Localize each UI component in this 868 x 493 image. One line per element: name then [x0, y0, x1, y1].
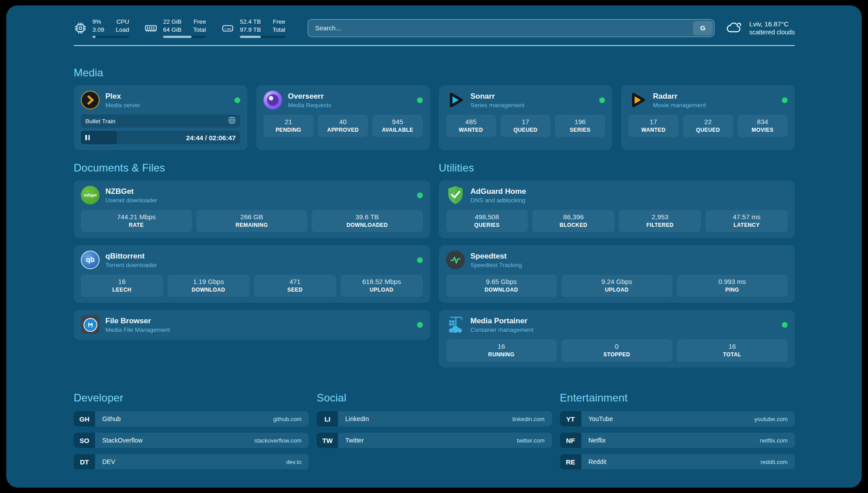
- bookmark-netflix[interactable]: NF Netflix netflix.com: [560, 433, 795, 448]
- service-card-qbittorrent[interactable]: qb qBittorrent Torrent downloader 16LEEC…: [74, 245, 430, 303]
- disk-total-label: Total: [272, 26, 285, 34]
- section-title-documents: Documents & Files: [74, 162, 430, 174]
- search-input[interactable]: [308, 25, 714, 32]
- cpu-load-value: 3.09: [92, 26, 104, 34]
- memory-icon: [144, 21, 158, 35]
- stat-tile: 22QUEUED: [683, 115, 733, 137]
- bookmark-dev[interactable]: DT DEV dev.to: [74, 454, 309, 469]
- service-card-speedtest[interactable]: Speedtest Speedtest Tracking 9.65 GbpsDO…: [439, 245, 795, 303]
- service-name: Overseerr: [288, 92, 332, 101]
- stat-tile: 196SERIES: [555, 115, 605, 137]
- bookmark-abbr: GH: [74, 411, 95, 426]
- service-name: AdGuard Home: [471, 187, 526, 196]
- cpu-progress-bar: [92, 36, 129, 38]
- stat-tile: 0.993 msPING: [677, 275, 788, 297]
- search-bar[interactable]: G: [308, 19, 714, 37]
- stat-tile: 16LEECH: [81, 275, 163, 297]
- section-title-entertainment: Entertainment: [560, 392, 795, 404]
- service-subtitle: Usenet downloader: [105, 196, 157, 204]
- service-name: Radarr: [653, 92, 706, 101]
- bookmark-github[interactable]: GH Github github.com: [74, 411, 309, 426]
- status-dot: [234, 97, 240, 103]
- stat-tile: 17WANTED: [628, 115, 678, 137]
- service-card-radarr[interactable]: Radarr Movie management 17WANTED 22QUEUE…: [621, 85, 795, 150]
- cpu-load-label: Load: [116, 26, 129, 34]
- adguard-icon: [446, 186, 465, 205]
- stat-tile: 266 GBREMAINING: [196, 210, 308, 232]
- memory-free-label: Free: [193, 18, 206, 26]
- bookmark-abbr: LI: [317, 411, 338, 426]
- disk-icon: [221, 21, 234, 35]
- bookmark-abbr: DT: [74, 454, 95, 469]
- status-dot: [417, 322, 423, 328]
- filebrowser-icon: [81, 315, 100, 334]
- player-progress-bar[interactable]: 24:44 / 02:06:47: [81, 131, 240, 144]
- service-subtitle: Speedtest Tracking: [471, 261, 522, 269]
- service-card-portainer[interactable]: Media Portainer Container management 16R…: [439, 310, 795, 368]
- sonarr-icon: [446, 91, 465, 109]
- cpu-icon: [74, 21, 87, 35]
- status-dot: [417, 257, 423, 263]
- cpu-usage-value: 9%: [92, 18, 104, 26]
- stat-tile: 618.52 MbpsUPLOAD: [341, 275, 423, 297]
- speedtest-icon: [446, 251, 465, 269]
- service-card-adguard[interactable]: AdGuard Home DNS and adblocking 498,508Q…: [439, 180, 795, 238]
- bookmark-abbr: YT: [560, 411, 581, 426]
- status-dot: [417, 192, 423, 198]
- service-card-plex[interactable]: Plex Media server Bullet Train: [74, 85, 247, 150]
- service-name: Plex: [105, 92, 140, 101]
- bookmark-abbr: SO: [74, 433, 95, 448]
- overseerr-icon: [263, 91, 282, 109]
- service-card-filebrowser[interactable]: File Browser Media File Management: [74, 310, 430, 340]
- disk-progress-bar: [240, 36, 285, 38]
- stat-tile: 17QUEUED: [501, 115, 551, 137]
- bookmark-twitter[interactable]: TW Twitter twitter.com: [317, 433, 551, 448]
- top-bar: 9% 3.09 CPU Load: [74, 18, 795, 38]
- stat-tile: 471SEED: [254, 275, 336, 297]
- portainer-icon: [446, 315, 465, 334]
- player-time: 24:44 / 02:06:47: [186, 134, 236, 142]
- bookmark-stackoverflow[interactable]: SO StackOverflow stackoverflow.com: [74, 433, 309, 448]
- stat-tile: 47.57 msLATENCY: [705, 210, 788, 232]
- cpu-usage-label: CPU: [116, 18, 129, 26]
- dashboard-page: 9% 3.09 CPU Load: [6, 5, 862, 488]
- now-playing-row: Bullet Train: [81, 114, 240, 128]
- service-name: Media Portainer: [471, 316, 534, 326]
- status-dot: [782, 97, 788, 103]
- stat-tile: 945AVAILABLE: [372, 115, 422, 137]
- stat-tile: 40APPROVED: [318, 115, 368, 137]
- section-title-developer: Developer: [74, 392, 309, 404]
- search-provider-button[interactable]: G: [693, 21, 713, 35]
- bookmark-youtube[interactable]: YT YouTube youtube.com: [560, 411, 795, 426]
- service-card-nzbget[interactable]: nzbget NZBGet Usenet downloader 744.21 M…: [74, 180, 430, 238]
- status-dot: [599, 97, 605, 103]
- qbittorrent-icon: qb: [81, 251, 100, 269]
- session-icon[interactable]: [228, 117, 236, 126]
- stat-tile: 86,396BLOCKED: [532, 210, 614, 232]
- bookmark-reddit[interactable]: RE Reddit reddit.com: [560, 454, 795, 469]
- stat-tile: 9.65 GbpsDOWNLOAD: [446, 275, 557, 297]
- now-playing-title: Bullet Train: [85, 118, 228, 125]
- service-card-sonarr[interactable]: Sonarr Series management 485WANTED 17QUE…: [439, 85, 613, 150]
- service-name: qBittorrent: [105, 251, 157, 261]
- service-subtitle: DNS and adblocking: [471, 196, 526, 204]
- disk-free-label: Free: [272, 18, 285, 26]
- disk-free-value: 52.4 TB: [240, 18, 261, 26]
- bookmark-group-entertainment: Entertainment YT YouTube youtube.com NF …: [560, 392, 795, 469]
- stat-tile: 485WANTED: [446, 115, 496, 137]
- service-name: NZBGet: [105, 187, 157, 196]
- memory-progress-bar: [163, 36, 206, 38]
- stat-tile: 9.24 GbpsUPLOAD: [561, 275, 672, 297]
- weather-widget: Lviv, 16.87°C scattered clouds: [726, 20, 795, 37]
- service-subtitle: Torrent downloader: [105, 261, 157, 269]
- pause-icon[interactable]: [85, 135, 90, 140]
- memory-total-value: 64 GiB: [163, 26, 181, 34]
- service-card-overseerr[interactable]: Overseerr Media Requests 21PENDING 40APP…: [256, 85, 430, 150]
- stat-tile: 0STOPPED: [561, 339, 672, 362]
- media-grid: Plex Media server Bullet Train: [74, 85, 795, 150]
- cloud-icon: [726, 20, 744, 37]
- stat-tile: 21PENDING: [263, 115, 313, 137]
- stat-tile: 744.21 MbpsRATE: [81, 210, 192, 232]
- bookmark-linkedin[interactable]: LI LinkedIn linkedin.com: [317, 411, 551, 426]
- service-name: Sonarr: [471, 92, 525, 101]
